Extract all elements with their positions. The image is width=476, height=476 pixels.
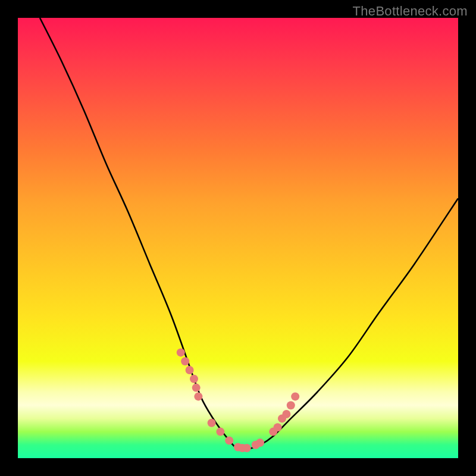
curve-dot	[208, 419, 216, 427]
bottleneck-curve	[40, 18, 458, 450]
curve-dot	[238, 444, 246, 452]
curve-dot	[269, 428, 277, 436]
curve-dot	[256, 439, 264, 447]
curve-dot	[274, 423, 282, 431]
curve-dot	[186, 366, 194, 374]
plot-area	[18, 18, 458, 458]
curve-dot	[282, 410, 290, 418]
curve-dot	[278, 414, 286, 422]
curve-dot	[190, 375, 198, 383]
curve-dot	[287, 401, 295, 409]
curve-dot	[225, 436, 233, 444]
watermark-text: TheBottleneck.com	[353, 4, 468, 19]
curve-dot	[181, 357, 189, 365]
curve-dot	[291, 392, 299, 400]
curve-dot	[177, 348, 185, 356]
curve-dot	[216, 428, 224, 436]
chart-svg	[18, 18, 458, 458]
curve-dot	[192, 384, 201, 392]
curve-dot	[234, 443, 242, 452]
curve-dot	[252, 441, 260, 449]
curve-dots-group	[177, 348, 299, 452]
chart-frame: TheBottleneck.com	[0, 0, 476, 476]
curve-dot	[194, 392, 202, 400]
curve-dot	[243, 444, 251, 452]
